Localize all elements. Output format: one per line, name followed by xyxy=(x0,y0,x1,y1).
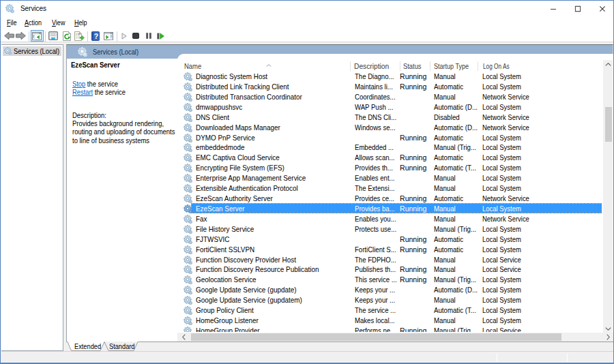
service-row-google-update-service-gupdate-[interactable]: Google Update Service (gupdate)Keeps you… xyxy=(177,285,602,295)
service-row-emc-captiva-cloud-service[interactable]: EMC Captiva Cloud ServiceAllows scan...R… xyxy=(177,153,602,163)
cell-description: Protects use... xyxy=(355,225,403,233)
cell-log-on-as: Network Service xyxy=(482,215,537,223)
cell-startup-type: Automatic xyxy=(434,194,467,202)
stop-service-icon xyxy=(132,33,139,39)
services-gear-icon xyxy=(78,47,88,57)
horizontal-scroll-thumb[interactable] xyxy=(191,333,561,341)
start-service-button[interactable] xyxy=(119,29,130,43)
service-row-encrypting-file-system-efs-[interactable]: Encrypting File System (EFS)Provides th.… xyxy=(177,163,602,173)
column-header-description[interactable]: Description xyxy=(354,62,392,70)
close-button[interactable] xyxy=(592,1,613,16)
menu-action[interactable]: Action xyxy=(25,18,46,27)
cell-startup-type: Disabled xyxy=(434,113,463,121)
service-row-distributed-link-tracking-client[interactable]: Distributed Link Tracking ClientMaintain… xyxy=(177,82,602,92)
column-separator xyxy=(430,61,430,71)
help-button[interactable]: ? xyxy=(89,29,102,43)
menu-file[interactable]: File xyxy=(7,18,19,27)
cell-status: Running xyxy=(400,235,428,243)
scroll-right-button[interactable] xyxy=(604,333,613,342)
service-row-function-discovery-resource-publication[interactable]: Function Discovery Resource PublicationP… xyxy=(177,264,602,275)
tab-standard[interactable]: Standard xyxy=(109,342,138,350)
description-line: routing and uploading of documents xyxy=(72,127,192,136)
service-row-file-history-service[interactable]: File History ServiceProtects use...Manua… xyxy=(177,224,602,234)
cell-status: Running xyxy=(400,164,428,172)
cell-log-on-as: Local Service xyxy=(482,265,527,273)
cell-description: Performs ne... xyxy=(355,327,402,332)
service-gear-icon xyxy=(184,235,192,244)
list-rows: Diagnostic System HostThe Diagno...Runni… xyxy=(177,72,602,332)
service-row-ezescan-authority-server[interactable]: EzeScan Authority ServerProvides ce...Ru… xyxy=(177,194,602,204)
cell-description: Enables you... xyxy=(355,215,403,223)
start-service-icon xyxy=(121,33,127,40)
cell-status: Running xyxy=(400,265,428,273)
column-separator xyxy=(478,61,478,71)
properties-icon xyxy=(48,31,58,40)
service-row-diagnostic-system-host[interactable]: Diagnostic System HostThe Diagno...Runni… xyxy=(177,72,602,82)
column-header-log-on-as[interactable]: Log On As xyxy=(483,62,518,70)
service-row-google-update-service-gupdatem-[interactable]: Google Update Service (gupdatem)Keeps yo… xyxy=(177,295,602,305)
show-console-tree-button[interactable] xyxy=(31,30,44,42)
service-row-dns-client[interactable]: DNS ClientThe DNS Cli...DisabledNetwork … xyxy=(177,112,602,123)
cell-name: DNS Client xyxy=(196,113,233,121)
cell-name: Fax xyxy=(196,215,208,223)
stop-service-button[interactable] xyxy=(130,29,141,43)
menu-help[interactable]: Help xyxy=(74,18,90,27)
service-gear-icon xyxy=(184,265,192,274)
cell-description: Provides th... xyxy=(355,164,398,172)
service-row-dymo-pnp-service[interactable]: DYMO PnP ServiceRunningAutomaticLocal Sy… xyxy=(177,133,602,143)
service-row-embeddedmode[interactable]: embeddedmodeEmbedded ...Manual (Trig...L… xyxy=(177,142,602,153)
export-list-button[interactable] xyxy=(72,29,86,43)
maximize-button[interactable] xyxy=(568,1,588,16)
forward-button[interactable] xyxy=(14,29,27,43)
column-separator xyxy=(350,61,351,71)
service-gear-icon xyxy=(184,225,192,234)
cell-startup-type: Manual (Trig... xyxy=(434,275,482,284)
cell-log-on-as: Local System xyxy=(482,103,527,111)
service-row-geolocation-service[interactable]: Geolocation ServiceThis service ...Runni… xyxy=(177,275,602,285)
scroll-up-button[interactable] xyxy=(603,60,613,71)
properties-button[interactable] xyxy=(46,29,60,43)
service-gear-icon xyxy=(184,164,192,172)
column-header-startup-type[interactable]: Startup Type xyxy=(434,62,476,70)
minimize-button[interactable] xyxy=(543,1,564,16)
cell-status: Running xyxy=(400,194,428,202)
service-gear-icon xyxy=(184,215,192,224)
service-row-distributed-transaction-coordinator[interactable]: Distributed Transaction CoordinatorCoord… xyxy=(177,92,602,102)
column-header-status[interactable]: Status xyxy=(403,62,424,70)
toolbar-separator xyxy=(117,31,117,42)
service-row-homegroup-provider[interactable]: HomeGroup ProviderPerforms ne...RunningM… xyxy=(177,326,602,332)
cell-name: DYMO PnP Service xyxy=(196,134,261,142)
show-action-pane-button[interactable] xyxy=(102,29,115,43)
cell-startup-type: Manual xyxy=(434,93,458,101)
cell-name: FJTWSVIC xyxy=(196,235,233,243)
tab-extended[interactable]: Extended xyxy=(74,342,104,350)
tree-item-services-local[interactable]: Services (Local) xyxy=(3,46,61,56)
service-row-forticlient-sslvpn[interactable]: FortiClient SSLVPNFortiClient S...Runnin… xyxy=(177,245,602,255)
service-row-fax[interactable]: FaxEnables you...ManualNetwork Service xyxy=(177,214,602,224)
restart-service-button[interactable] xyxy=(155,29,166,43)
window-title-text: Services xyxy=(20,4,46,12)
vertical-scrollbar[interactable] xyxy=(603,60,613,342)
service-row-function-discovery-provider-host[interactable]: Function Discovery Provider HostThe FDPH… xyxy=(177,255,602,265)
services-list-panel: NameDescriptionStatusStartup TypeLog On … xyxy=(177,54,613,342)
taskpad-description-area: EzeScan Server Stop the service Restart … xyxy=(67,59,177,341)
cell-log-on-as: Local System xyxy=(482,174,527,182)
service-row-extensible-authentication-protocol[interactable]: Extensible Authentication ProtocolThe Ex… xyxy=(177,183,602,194)
pause-service-button[interactable] xyxy=(143,29,154,43)
service-row-homegroup-listener[interactable]: HomeGroup ListenerMakes local...ManualLo… xyxy=(177,316,602,326)
cell-description: Coordinates... xyxy=(355,93,401,101)
scroll-left-button[interactable] xyxy=(179,333,188,342)
service-row-group-policy-client[interactable]: Group Policy ClientThe service ...Automa… xyxy=(177,305,602,316)
sort-indicator xyxy=(266,60,272,68)
tree-item-label: Services (Local) xyxy=(14,47,68,55)
menu-view[interactable]: View xyxy=(52,18,68,27)
stop-service-link[interactable]: Stop xyxy=(72,80,85,88)
restart-service-link[interactable]: Restart xyxy=(72,88,93,96)
vertical-scroll-thumb[interactable] xyxy=(605,107,613,142)
service-row-dmwappushsvc[interactable]: dmwappushsvcWAP Push ...Automatic (D...L… xyxy=(177,102,602,112)
service-row-downloaded-maps-manager[interactable]: Downloaded Maps ManagerWindows se...Auto… xyxy=(177,123,602,133)
service-row-ezescan-server[interactable]: EzeScan ServerProvides ba...RunningManua… xyxy=(177,204,602,214)
service-row-enterprise-app-management-service[interactable]: Enterprise App Management ServiceEnables… xyxy=(177,173,602,183)
column-header-name[interactable]: Name xyxy=(184,62,204,70)
service-row-fjtwsvic[interactable]: FJTWSVICRunningAutomaticLocal System xyxy=(177,234,602,245)
